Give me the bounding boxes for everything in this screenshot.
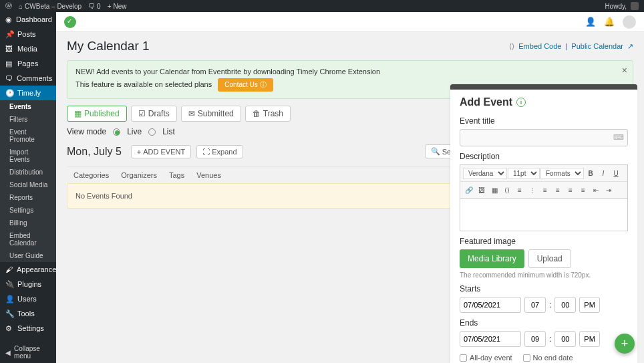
- end-date-input[interactable]: [460, 331, 521, 347]
- end-ampm-toggle[interactable]: PM: [579, 331, 600, 347]
- tab-drafts[interactable]: ☑Drafts: [131, 106, 177, 122]
- sub-item-events[interactable]: Events: [0, 100, 56, 113]
- font-size-select[interactable]: 11pt: [508, 168, 540, 179]
- link-icon[interactable]: 🔗: [463, 184, 475, 196]
- unordered-list-icon[interactable]: ⋮: [526, 184, 538, 196]
- checkbox-label: All-day event: [470, 354, 512, 362]
- keyboard-icon[interactable]: ⌨: [613, 133, 624, 142]
- tab-submitted[interactable]: ✉Submitted: [181, 106, 241, 122]
- site-name[interactable]: ⌂ CWBeta – Develop: [19, 3, 82, 10]
- sub-item-event-promote[interactable]: Event Promote: [0, 126, 56, 146]
- tab-published[interactable]: ▦Published: [67, 106, 127, 122]
- code-icon[interactable]: ⟨⟩: [501, 184, 513, 196]
- sub-item-import-events[interactable]: Import Events: [0, 146, 56, 166]
- sidebar-item-dashboard[interactable]: ◉Dashboard: [0, 12, 56, 27]
- contact-us-button[interactable]: Contact Us ⓘ: [218, 78, 273, 92]
- timely-logo-icon[interactable]: [64, 16, 76, 28]
- upload-button[interactable]: Upload: [528, 249, 571, 268]
- start-min-input[interactable]: [554, 297, 576, 313]
- sub-item-reports[interactable]: Reports: [0, 191, 56, 204]
- sidebar-item-posts[interactable]: 📌Posts: [0, 27, 56, 41]
- wp-admin-bar: ⓦ ⌂ CWBeta – Develop 🗨 0 + New Howdy,: [0, 0, 644, 12]
- sidebar-item-comments[interactable]: 🗨Comments: [0, 71, 56, 86]
- info-icon[interactable]: i: [516, 98, 526, 107]
- tab-trash[interactable]: 🗑Trash: [245, 106, 291, 122]
- font-family-select[interactable]: Verdana: [463, 168, 507, 179]
- no-end-checkbox[interactable]: No end date: [523, 354, 573, 362]
- filter-tags[interactable]: Tags: [169, 171, 184, 179]
- underline-icon[interactable]: U: [610, 167, 622, 179]
- admin-avatar-small[interactable]: [631, 2, 639, 10]
- sidebar-item-pages[interactable]: ▤Pages: [0, 56, 56, 71]
- comments-link[interactable]: 🗨 0: [88, 3, 101, 10]
- radio-live[interactable]: [113, 128, 120, 136]
- italic-icon[interactable]: I: [597, 167, 609, 179]
- description-editor[interactable]: [460, 198, 628, 231]
- comments-icon: 🗨: [5, 74, 13, 82]
- sub-item-embed-calendar[interactable]: Embed Calendar: [0, 229, 56, 249]
- sub-item-settings[interactable]: Settings: [0, 204, 56, 217]
- trash-icon: 🗑: [253, 109, 261, 118]
- image-icon[interactable]: 🖼: [476, 184, 488, 196]
- indent-icon[interactable]: ⇥: [603, 184, 615, 196]
- sidebar-label: Settings: [17, 324, 44, 332]
- external-link-icon: ↗: [627, 42, 633, 51]
- filter-organizers[interactable]: Organizers: [121, 171, 157, 179]
- page-title: My Calendar 1: [67, 39, 150, 53]
- align-center-icon[interactable]: ≡: [552, 184, 564, 196]
- formats-select[interactable]: Formats: [540, 168, 584, 179]
- align-left-icon[interactable]: ≡: [539, 184, 551, 196]
- start-ampm-toggle[interactable]: PM: [579, 297, 600, 313]
- sidebar-item-settings[interactable]: ⚙Settings: [0, 321, 56, 336]
- close-icon[interactable]: ×: [622, 65, 627, 76]
- sidebar-item-appearance[interactable]: 🖌Appearance: [0, 262, 56, 277]
- sidebar-item-tools[interactable]: 🔧Tools: [0, 306, 56, 321]
- align-justify-icon[interactable]: ≡: [577, 184, 589, 196]
- start-hour-input[interactable]: [524, 297, 546, 313]
- collapse-menu-button[interactable]: ◀Collapse menu: [0, 342, 56, 363]
- sidebar-item-users[interactable]: 👤Users: [0, 291, 56, 306]
- tab-label: Trash: [263, 109, 283, 118]
- end-min-input[interactable]: [554, 331, 576, 347]
- sub-item-filters[interactable]: Filters: [0, 113, 56, 126]
- user-avatar[interactable]: [623, 15, 636, 29]
- date-options-row: All-day event No end date: [460, 354, 628, 362]
- sub-item-distribution[interactable]: Distribution: [0, 166, 56, 178]
- sidebar-item-plugins[interactable]: 🔌Plugins: [0, 277, 56, 291]
- end-hour-input[interactable]: [524, 331, 546, 347]
- person-icon[interactable]: 👤: [585, 17, 596, 27]
- filter-venues[interactable]: Venues: [196, 171, 221, 179]
- start-date-input[interactable]: [460, 297, 521, 313]
- table-icon[interactable]: ▦: [488, 184, 500, 196]
- public-calendar-link[interactable]: Public Calendar: [571, 42, 623, 50]
- sub-item-billing[interactable]: Billing: [0, 217, 56, 229]
- new-content-link[interactable]: + New: [108, 3, 127, 10]
- panel-drag-handle[interactable]: [450, 84, 637, 90]
- radio-list[interactable]: [148, 128, 156, 136]
- app-header: 👤 🔔: [56, 12, 644, 32]
- filter-categories[interactable]: Categories: [73, 171, 109, 179]
- checkbox-label: No end date: [533, 354, 573, 362]
- expand-button[interactable]: ⛶Expand: [196, 145, 243, 158]
- outdent-icon[interactable]: ⇤: [590, 184, 602, 196]
- sub-item-social-media[interactable]: Social Media: [0, 178, 56, 191]
- embed-code-link[interactable]: Embed Code: [518, 42, 561, 50]
- align-right-icon[interactable]: ≡: [565, 184, 577, 196]
- sidebar-item-media[interactable]: 🖼Media: [0, 41, 56, 56]
- contact-btn-label: Contact Us: [224, 81, 257, 88]
- fab-add-button[interactable]: +: [615, 334, 635, 354]
- sub-item-user-guide[interactable]: User Guide: [0, 249, 56, 262]
- tab-label: Submitted: [198, 109, 234, 118]
- event-title-input[interactable]: [460, 129, 628, 146]
- media-library-button[interactable]: Media Library: [460, 249, 524, 268]
- wp-logo-icon[interactable]: ⓦ: [5, 1, 12, 11]
- all-day-checkbox[interactable]: All-day event: [460, 354, 512, 362]
- clock-icon: 🕐: [5, 89, 13, 97]
- bell-icon[interactable]: 🔔: [604, 17, 615, 27]
- sidebar-item-timely[interactable]: 🕐Time.ly: [0, 86, 56, 100]
- calendar-icon: ▦: [74, 109, 82, 118]
- page-title-area: My Calendar 1 ⟨⟩ Embed Code | Public Cal…: [56, 32, 644, 60]
- bold-icon[interactable]: B: [585, 167, 597, 179]
- ordered-list-icon[interactable]: ≡: [514, 184, 526, 196]
- add-event-button[interactable]: +ADD EVENT: [131, 145, 191, 158]
